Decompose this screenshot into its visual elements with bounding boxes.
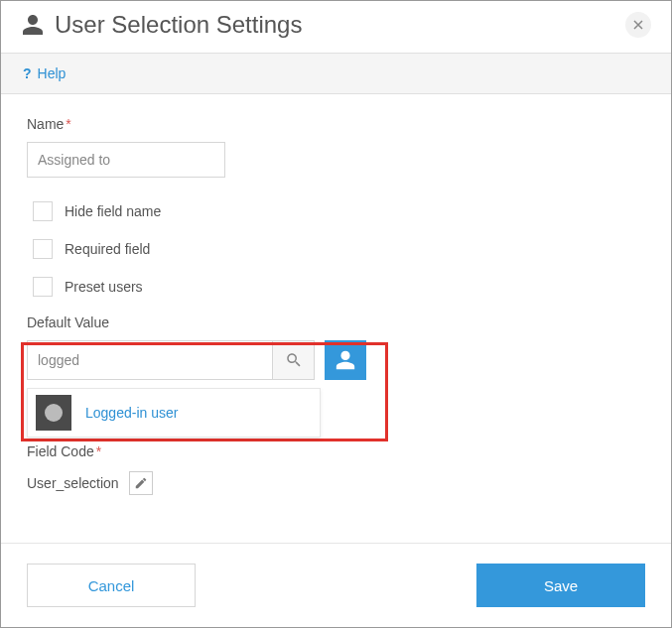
search-wrap <box>27 340 315 380</box>
help-bar: ? Help <box>1 53 671 94</box>
suggestion-text: Logged-in user <box>85 405 178 421</box>
dialog-content: Name* Hide field name Required field Pre… <box>1 94 671 543</box>
name-input[interactable] <box>27 142 225 178</box>
field-code-label: Field Code* <box>27 443 645 459</box>
search-icon <box>285 351 303 369</box>
checkbox-preset-users-row: Preset users <box>33 277 645 297</box>
field-code-section: Field Code* User_selection <box>27 443 645 495</box>
edit-field-code-button[interactable] <box>129 471 153 495</box>
dialog: User Selection Settings ? Help Name* Hid… <box>0 0 672 628</box>
search-button[interactable] <box>272 341 314 379</box>
checkbox-hide-field-name-label: Hide field name <box>65 203 161 219</box>
checkbox-required-field[interactable] <box>33 239 53 259</box>
name-label: Name* <box>27 116 645 132</box>
help-icon: ? <box>23 65 32 81</box>
default-value-section: Default Value Logged-in user <box>27 314 645 380</box>
dialog-footer: Cancel Save <box>1 543 671 627</box>
dialog-title: User Selection Settings <box>55 11 625 39</box>
browse-users-button[interactable] <box>325 340 366 380</box>
required-star: * <box>66 116 70 132</box>
close-button[interactable] <box>625 12 651 38</box>
help-label: Help <box>38 65 67 81</box>
suggestion-item-logged-in-user[interactable]: Logged-in user <box>28 389 320 437</box>
dialog-header: User Selection Settings <box>1 1 671 53</box>
field-code-value: User_selection <box>27 475 119 491</box>
default-value-search-input[interactable] <box>28 341 272 379</box>
avatar-icon <box>36 395 71 431</box>
cancel-button[interactable]: Cancel <box>27 564 196 607</box>
pencil-icon <box>134 476 148 490</box>
user-icon <box>335 349 356 371</box>
checkbox-required-field-row: Required field <box>33 239 645 259</box>
default-value-search-row <box>27 340 645 380</box>
checkbox-hide-field-name-row: Hide field name <box>33 201 645 221</box>
checkbox-hide-field-name[interactable] <box>33 201 53 221</box>
default-value-label: Default Value <box>27 314 645 330</box>
close-icon <box>633 20 643 30</box>
suggestion-dropdown: Logged-in user <box>27 388 321 438</box>
field-code-row: User_selection <box>27 471 645 495</box>
required-star: * <box>96 443 101 459</box>
checkbox-preset-users-label: Preset users <box>65 279 143 295</box>
user-icon <box>21 13 45 37</box>
help-link[interactable]: ? Help <box>23 65 66 81</box>
save-button[interactable]: Save <box>476 564 645 607</box>
checkbox-required-field-label: Required field <box>65 241 150 257</box>
checkbox-preset-users[interactable] <box>33 277 53 297</box>
